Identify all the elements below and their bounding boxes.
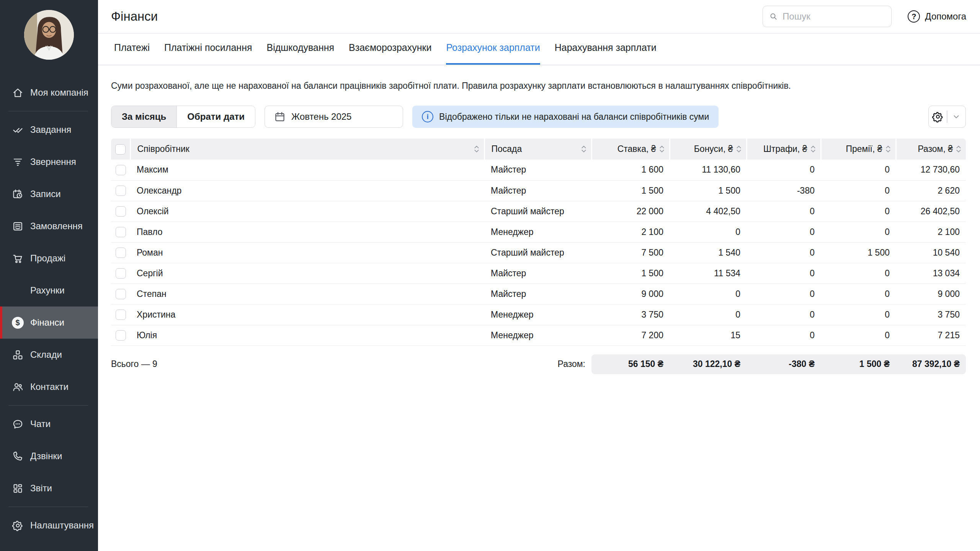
sidebar-item-label: Налаштування [30, 520, 94, 531]
sort-icon[interactable] [474, 145, 479, 153]
table-header-row: Співробітник Посада [111, 139, 966, 160]
sidebar-item-label: Моя компанія [30, 87, 88, 98]
sidebar-item-company[interactable]: Моя компанія [0, 77, 98, 109]
chat-icon [11, 418, 24, 430]
sort-icon[interactable] [885, 145, 891, 153]
table-row[interactable]: Олександр Майстер 1 500 1 500 -380 0 2 6… [111, 180, 966, 201]
sort-icon[interactable] [736, 145, 742, 153]
tab-refunds[interactable]: Відшкодування [266, 42, 334, 65]
table-row[interactable]: Максим Майстер 1 600 11 130,60 0 0 12 73… [111, 160, 966, 180]
cell-employee: Олександр [130, 180, 484, 201]
sidebar-item-settings[interactable]: Налаштування [0, 509, 98, 541]
sidebar-item-chats[interactable]: Чати [0, 408, 98, 440]
cell-bonus: 0 [670, 222, 746, 242]
sidebar-item-contacts[interactable]: Контакти [0, 371, 98, 403]
cell-total: 12 730,60 [896, 160, 966, 180]
help-icon: ? [908, 10, 920, 23]
cart-icon [11, 252, 24, 264]
sidebar-item-finance[interactable]: $Фінанси [0, 306, 98, 339]
cell-bonus: 1 500 [670, 180, 746, 201]
sidebar-item-calls[interactable]: Дзвінки [0, 440, 98, 472]
sidebar-item-invoices[interactable]: Рахунки [0, 274, 98, 306]
phone-icon [11, 450, 24, 462]
sidebar-item-reports[interactable]: Звіти [0, 472, 98, 504]
sidebar: Моя компаніяЗавданняЗверненняЗаписиЗамов… [0, 0, 98, 551]
row-checkbox[interactable] [116, 310, 126, 320]
month-picker-value: Жовтень 2025 [291, 111, 351, 122]
cell-premium: 0 [821, 180, 896, 201]
column-header-premium[interactable]: Премії, ₴ [821, 139, 896, 160]
cell-premium: 0 [821, 284, 896, 304]
row-checkbox[interactable] [116, 330, 126, 341]
sidebar-item-sales[interactable]: Продажі [0, 242, 98, 274]
page-title: Фінанси [111, 9, 158, 24]
tab-payments[interactable]: Платежі [114, 42, 150, 65]
table-row[interactable]: Сергій Майстер 1 500 11 534 0 0 13 034 [111, 263, 966, 284]
cell-premium: 0 [821, 325, 896, 346]
search-input[interactable] [782, 11, 885, 22]
select-all-header [111, 139, 130, 160]
gear-icon[interactable] [929, 111, 947, 122]
cell-employee: Роман [130, 242, 484, 263]
column-header-total[interactable]: Разом, ₴ [896, 139, 966, 160]
row-checkbox[interactable] [116, 268, 126, 279]
row-checkbox[interactable] [116, 227, 126, 237]
tab-salary-calculation[interactable]: Розрахунок зарплати [446, 42, 540, 65]
sidebar-item-requests[interactable]: Звернення [0, 146, 98, 178]
row-checkbox[interactable] [116, 248, 126, 258]
table-row[interactable]: Павло Менеджер 2 100 0 0 0 2 100 [111, 222, 966, 242]
cell-rate: 7 200 [591, 325, 670, 346]
column-header-rate[interactable]: Ставка, ₴ [591, 139, 670, 160]
cell-employee: Павло [130, 222, 484, 242]
table-row[interactable]: Роман Старший майстер 7 500 1 540 0 1 50… [111, 242, 966, 263]
column-header-role[interactable]: Посада [484, 139, 591, 160]
cell-premium: 0 [821, 263, 896, 284]
help-button[interactable]: ? Допомога [908, 10, 966, 23]
total-premium: 1 500 ₴ [821, 359, 896, 369]
table-row[interactable]: Христина Менеджер 3 750 0 0 0 3 750 [111, 304, 966, 325]
sidebar-item-orders[interactable]: Замовлення [0, 210, 98, 242]
table-row[interactable]: Олексій Старший майстер 22 000 4 402,50 … [111, 201, 966, 222]
table-settings-button[interactable] [928, 106, 966, 128]
column-header-employee[interactable]: Співробітник [130, 139, 484, 160]
help-label: Допомога [925, 11, 966, 22]
totals-box: 56 150 ₴ 30 122,10 ₴ -380 ₴ 1 500 ₴ 87 3… [591, 354, 966, 374]
row-checkbox[interactable] [116, 289, 126, 299]
column-header-bonus[interactable]: Бонуси, ₴ [670, 139, 746, 160]
tab-mutual-settlements[interactable]: Взаєморозрахунки [349, 42, 431, 65]
period-segmented-control: За місяць Обрати дати [111, 106, 255, 128]
pick-dates-button[interactable]: Обрати дати [177, 106, 255, 127]
cell-total: 2 620 [896, 180, 966, 201]
sidebar-item-records[interactable]: Записи [0, 178, 98, 210]
settings-dropdown-toggle[interactable] [947, 112, 965, 121]
select-all-checkbox[interactable] [115, 144, 126, 155]
filter-row: За місяць Обрати дати Жовтень 2025 i Від… [111, 106, 966, 128]
tab-payment-links[interactable]: Платіжні посилання [164, 42, 252, 65]
tab-salary-accrual[interactable]: Нарахування зарплати [555, 42, 657, 65]
sort-icon[interactable] [810, 145, 816, 153]
table-row[interactable]: Юлія Менеджер 7 200 15 0 0 7 215 [111, 325, 966, 346]
total-bonus: 30 122,10 ₴ [670, 359, 746, 369]
total-rate: 56 150 ₴ [591, 359, 670, 369]
row-checkbox[interactable] [116, 186, 126, 196]
sort-icon[interactable] [659, 145, 665, 153]
cell-role: Майстер [484, 284, 591, 304]
sort-icon[interactable] [956, 145, 961, 153]
search-box[interactable] [763, 6, 892, 27]
by-month-button[interactable]: За місяць [111, 106, 177, 127]
cell-role: Менеджер [484, 222, 591, 242]
sidebar-item-label: Записи [30, 189, 61, 199]
table-row[interactable]: Степан Майстер 9 000 0 0 0 9 000 [111, 284, 966, 304]
row-checkbox[interactable] [116, 165, 126, 175]
month-picker-button[interactable]: Жовтень 2025 [265, 106, 403, 128]
sidebar-item-tasks[interactable]: Завдання [0, 114, 98, 146]
info-banner-text: Відображено тільки не нараховані на бала… [439, 112, 709, 122]
cell-rate: 3 750 [591, 304, 670, 325]
sort-icon[interactable] [581, 145, 586, 153]
user-avatar[interactable] [24, 10, 74, 60]
sidebar-item-warehouses[interactable]: Склади [0, 339, 98, 371]
row-checkbox[interactable] [116, 206, 126, 217]
column-header-fines[interactable]: Штрафи, ₴ [746, 139, 821, 160]
calendar-icon [274, 111, 286, 122]
cell-rate: 2 100 [591, 222, 670, 242]
